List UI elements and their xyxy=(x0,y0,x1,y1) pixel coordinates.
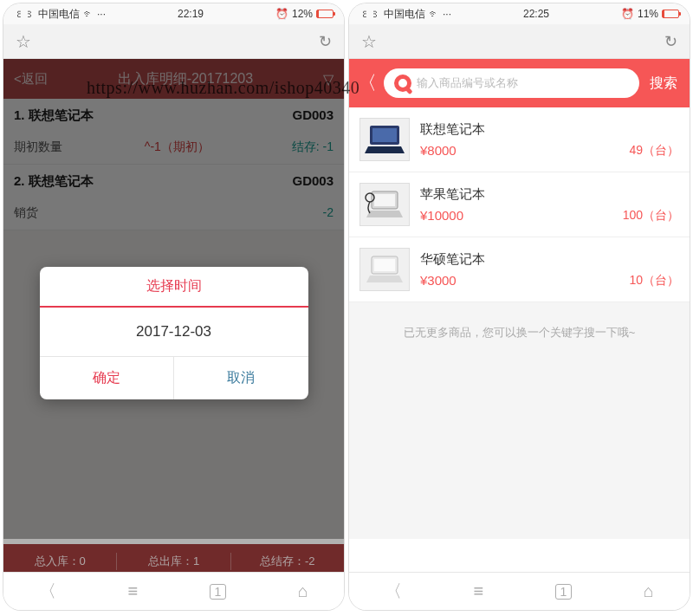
wifi-icon: ᯤ xyxy=(83,8,94,20)
carrier-label: 中国电信 xyxy=(38,7,80,22)
product-price: ¥8000 xyxy=(420,143,457,158)
dialog-title: 选择时间 xyxy=(40,267,308,308)
search-placeholder: 输入商品编号或名称 xyxy=(417,75,518,91)
reload-icon[interactable]: ↻ xyxy=(319,32,332,51)
svg-rect-6 xyxy=(374,259,395,271)
system-nav: 〈 ≡ 1 ⌂ xyxy=(349,572,690,610)
back-icon[interactable]: 〈 xyxy=(358,70,377,96)
svg-rect-1 xyxy=(372,128,397,142)
date-input[interactable]: 2017-12-03 xyxy=(40,308,308,357)
product-stock: 49（台） xyxy=(629,143,679,159)
battery-icon xyxy=(316,10,334,18)
total-out: 总出库：1 xyxy=(117,554,230,569)
home-icon[interactable]: ⌂ xyxy=(644,581,654,601)
confirm-button[interactable]: 确定 xyxy=(40,357,175,399)
product-item[interactable]: 苹果笔记本¥10000100（台） xyxy=(349,172,690,237)
battery-pct: 11% xyxy=(638,8,658,20)
product-thumb xyxy=(359,248,410,291)
search-icon xyxy=(394,75,411,92)
alarm-icon: ⏰ xyxy=(275,8,288,20)
tabs-icon[interactable]: 1 xyxy=(555,584,573,600)
signal-icon: ꒰꒱ xyxy=(359,8,380,20)
clock: 22:25 xyxy=(523,8,549,20)
total-in: 总入库：0 xyxy=(3,554,116,569)
browser-bar: ☆ ↻ xyxy=(349,24,690,59)
search-button[interactable]: 搜索 xyxy=(646,75,681,93)
search-header: 〈 输入商品编号或名称 搜索 xyxy=(349,59,690,107)
battery-icon xyxy=(662,10,679,18)
carrier-label: 中国电信 xyxy=(384,7,425,22)
product-name: 华硕笔记本 xyxy=(420,251,679,268)
product-item[interactable]: 华硕笔记本¥300010（台） xyxy=(349,237,690,302)
product-stock: 10（台） xyxy=(629,273,679,289)
signal-icon: ꒰꒱ xyxy=(14,8,35,20)
back-icon[interactable]: 〈 xyxy=(39,580,56,603)
no-more-label: 已无更多商品，您可以换一个关键字搜一下哦~ xyxy=(349,302,690,363)
tabs-icon[interactable]: 1 xyxy=(210,584,227,600)
date-picker-dialog: 选择时间 2017-12-03 确定 取消 xyxy=(40,267,308,399)
clock: 22:19 xyxy=(178,8,204,20)
cancel-button[interactable]: 取消 xyxy=(174,357,308,399)
status-bar: ꒰꒱中国电信ᯤ··· 22:19 ⏰12% xyxy=(3,3,344,24)
wifi-icon: ᯤ xyxy=(429,8,439,20)
product-price: ¥3000 xyxy=(420,273,457,288)
home-icon[interactable]: ⌂ xyxy=(298,581,308,601)
product-thumb xyxy=(359,118,410,161)
search-input[interactable]: 输入商品编号或名称 xyxy=(384,68,639,98)
bookmark-icon[interactable]: ☆ xyxy=(361,31,377,52)
reload-icon[interactable]: ↻ xyxy=(664,32,677,51)
product-stock: 100（台） xyxy=(623,208,679,224)
product-list: 联想笔记本¥800049（台） 苹果笔记本¥10000100（台） 华硕笔记本¥… xyxy=(349,107,690,302)
phone-left: ꒰꒱中国电信ᯤ··· 22:19 ⏰12% ☆ ↻ <返回 出入库明细-2017… xyxy=(3,3,344,610)
phone-right: ꒰꒱中国电信ᯤ··· 22:25 ⏰11% ☆ ↻ 〈 输入商品编号或名称 搜索… xyxy=(349,3,690,610)
system-nav: 〈 ≡ 1 ⌂ xyxy=(3,572,344,610)
total-stock: 总结存：-2 xyxy=(231,554,344,569)
product-item[interactable]: 联想笔记本¥800049（台） xyxy=(349,107,690,172)
product-price: ¥10000 xyxy=(420,208,463,223)
product-name: 苹果笔记本 xyxy=(420,186,679,203)
bookmark-icon[interactable]: ☆ xyxy=(16,31,31,52)
status-bar: ꒰꒱中国电信ᯤ··· 22:25 ⏰11% xyxy=(349,3,690,24)
alarm-icon: ⏰ xyxy=(621,8,634,20)
product-name: 联想笔记本 xyxy=(420,121,679,138)
battery-pct: 12% xyxy=(292,8,313,20)
product-thumb xyxy=(359,183,410,226)
menu-icon[interactable]: ≡ xyxy=(128,581,139,601)
menu-icon[interactable]: ≡ xyxy=(474,581,484,601)
back-icon[interactable]: 〈 xyxy=(385,580,402,603)
svg-rect-3 xyxy=(374,194,395,206)
browser-bar: ☆ ↻ xyxy=(3,24,344,59)
